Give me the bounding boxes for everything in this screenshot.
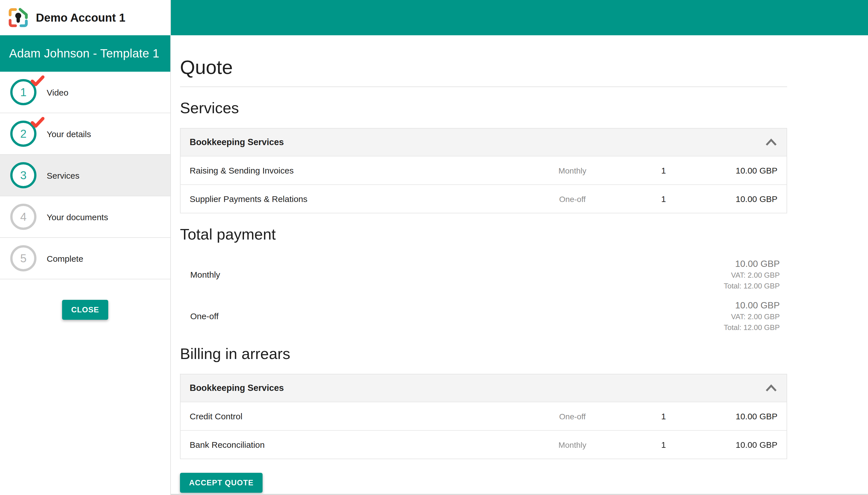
close-button[interactable]: CLOSE bbox=[62, 300, 108, 320]
total-label: Monthly bbox=[190, 270, 220, 279]
service-amount: 10.00 GBP bbox=[720, 166, 777, 175]
step-number: 5 bbox=[10, 245, 36, 271]
service-name: Raising & Sending Invoices bbox=[190, 166, 538, 175]
service-frequency: One-off bbox=[538, 412, 607, 421]
page-bottom-border bbox=[171, 494, 868, 495]
step-circle: 5 bbox=[10, 245, 36, 271]
wizard-title-bar: Adam Johnson - Template 1 bbox=[0, 35, 170, 72]
total-total: Total: 12.00 GBP bbox=[724, 322, 780, 333]
total-total: Total: 12.00 GBP bbox=[724, 280, 780, 291]
service-quantity: 1 bbox=[607, 440, 720, 449]
step-circle: 4 bbox=[10, 204, 36, 230]
page-title: Quote bbox=[180, 55, 787, 80]
sidebar: Demo Account 1 Adam Johnson - Template 1… bbox=[0, 0, 171, 495]
step-label: Complete bbox=[47, 254, 83, 263]
brand-logo-icon bbox=[7, 7, 29, 29]
arrears-table-group-header[interactable]: Bookkeeping Services bbox=[181, 374, 787, 402]
wizard-title: Adam Johnson - Template 1 bbox=[9, 47, 159, 60]
step-label: Your documents bbox=[47, 212, 108, 222]
chevron-up-icon[interactable] bbox=[765, 384, 777, 392]
service-frequency: One-off bbox=[538, 194, 607, 203]
service-name: Supplier Payments & Relations bbox=[190, 194, 538, 204]
accept-quote-button[interactable]: ACCEPT QUOTE bbox=[180, 473, 263, 493]
service-name: Credit Control bbox=[190, 411, 538, 421]
service-row: Supplier Payments & Relations One-off 1 … bbox=[181, 184, 787, 213]
step-circle: 3 bbox=[10, 162, 36, 188]
services-heading: Services bbox=[180, 99, 787, 118]
account-name: Demo Account 1 bbox=[36, 11, 125, 24]
billing-arrears-heading: Billing in arrears bbox=[180, 344, 787, 363]
total-vat: VAT: 2.00 GBP bbox=[724, 270, 780, 280]
step-complete[interactable]: 5 Complete bbox=[0, 238, 170, 279]
service-amount: 10.00 GBP bbox=[720, 411, 777, 421]
step-your-documents[interactable]: 4 Your documents bbox=[0, 196, 170, 238]
total-amounts: 10.00 GBP VAT: 2.00 GBP Total: 12.00 GBP bbox=[724, 299, 787, 333]
total-amount: 10.00 GBP bbox=[724, 258, 780, 270]
service-quantity: 1 bbox=[607, 411, 720, 421]
step-circle: 2 bbox=[10, 121, 36, 147]
total-row-one-off: One-off 10.00 GBP VAT: 2.00 GBP Total: 1… bbox=[180, 299, 787, 333]
total-label: One-off bbox=[190, 311, 219, 321]
step-number: 4 bbox=[10, 204, 36, 230]
service-row: Raising & Sending Invoices Monthly 1 10.… bbox=[181, 156, 787, 184]
service-amount: 10.00 GBP bbox=[720, 194, 777, 204]
check-icon bbox=[31, 117, 45, 128]
service-frequency: Monthly bbox=[538, 440, 607, 449]
service-frequency: Monthly bbox=[538, 166, 607, 175]
check-icon bbox=[31, 75, 45, 86]
step-label: Video bbox=[47, 87, 68, 97]
arrears-table: Bookkeeping Services Credit Control One-… bbox=[180, 374, 787, 459]
brand-header: Demo Account 1 bbox=[0, 0, 170, 35]
service-row: Bank Reconciliation Monthly 1 10.00 GBP bbox=[181, 430, 787, 459]
service-name: Bank Reconciliation bbox=[190, 440, 538, 449]
group-title: Bookkeeping Services bbox=[190, 137, 765, 147]
step-video[interactable]: 1 Video bbox=[0, 72, 170, 113]
services-table-group-header[interactable]: Bookkeeping Services bbox=[181, 129, 787, 156]
total-amounts: 10.00 GBP VAT: 2.00 GBP Total: 12.00 GBP bbox=[724, 258, 787, 291]
total-vat: VAT: 2.00 GBP bbox=[724, 311, 780, 322]
step-your-details[interactable]: 2 Your details bbox=[0, 113, 170, 155]
step-circle: 1 bbox=[10, 79, 36, 105]
page: Demo Account 1 Adam Johnson - Template 1… bbox=[0, 0, 868, 495]
total-amount: 10.00 GBP bbox=[724, 299, 780, 311]
step-label: Services bbox=[47, 170, 80, 180]
step-number: 3 bbox=[10, 162, 36, 188]
step-services[interactable]: 3 Services bbox=[0, 155, 170, 196]
service-row: Credit Control One-off 1 10.00 GBP bbox=[181, 402, 787, 430]
top-bar bbox=[171, 0, 868, 35]
total-row-monthly: Monthly 10.00 GBP VAT: 2.00 GBP Total: 1… bbox=[180, 258, 787, 291]
group-title: Bookkeeping Services bbox=[190, 383, 765, 393]
chevron-up-icon[interactable] bbox=[765, 138, 777, 146]
main-area: Quote Services Bookkeeping Services Rais… bbox=[171, 0, 868, 495]
services-table: Bookkeeping Services Raising & Sending I… bbox=[180, 128, 787, 214]
step-label: Your details bbox=[47, 129, 91, 139]
total-payment-heading: Total payment bbox=[180, 225, 787, 244]
service-quantity: 1 bbox=[607, 194, 720, 204]
divider bbox=[180, 86, 787, 87]
service-amount: 10.00 GBP bbox=[720, 440, 777, 449]
service-quantity: 1 bbox=[607, 166, 720, 175]
